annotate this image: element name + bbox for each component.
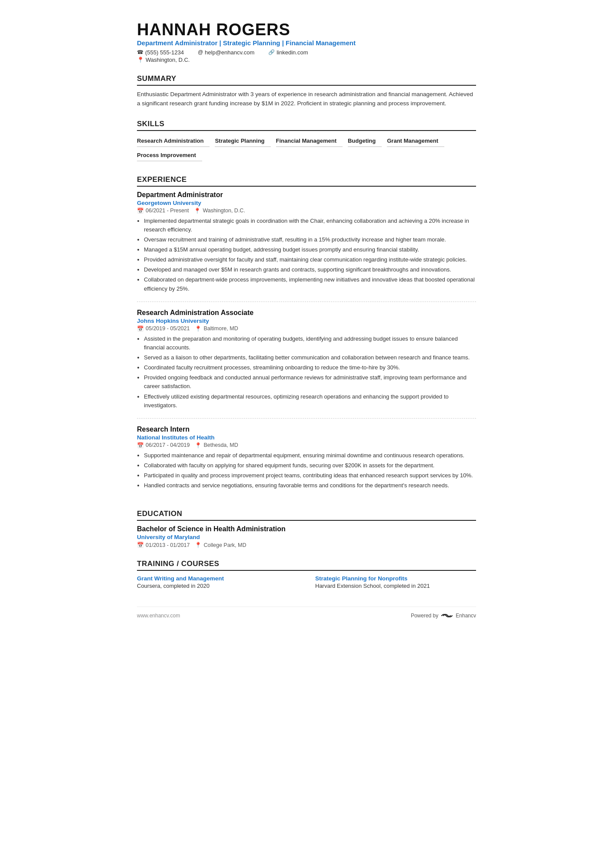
location-row: 📍 Washington, D.C. (137, 57, 476, 63)
skills-title: SKILLS (137, 120, 476, 131)
email-icon: @ (198, 49, 203, 55)
job-meta: 📅 06/2021 - Present 📍 Washington, D.C. (137, 208, 476, 214)
bullet-item: Effectively utilized existing department… (144, 392, 476, 410)
experience-entry: Research Intern National Institutes of H… (137, 426, 476, 499)
candidate-name: HANNAH ROGERS (137, 21, 476, 39)
location-pin-icon: 📍 (195, 325, 202, 332)
bullet-item: Coordinated faculty recruitment processe… (144, 363, 476, 372)
edu-meta: 📅 01/2013 - 01/2017 📍 College Park, MD (137, 542, 476, 548)
summary-title: SUMMARY (137, 74, 476, 86)
job-title: Research Intern (137, 426, 476, 433)
bullet-item: Handled contracts and service negotiatio… (144, 481, 476, 490)
experience-title: EXPERIENCE (137, 175, 476, 187)
powered-by-text: Powered by (411, 613, 438, 619)
bullet-item: Provided administrative oversight for fa… (144, 255, 476, 264)
training-item: Strategic Planning for Nonprofits Harvar… (315, 575, 476, 589)
job-location: 📍 Washington, D.C. (194, 208, 245, 214)
skills-container: Research AdministrationStrategic Plannin… (137, 135, 476, 164)
bullet-item: Served as a liaison to other departments… (144, 353, 476, 362)
bullet-item: Assisted in the preparation and monitori… (144, 335, 476, 352)
training-title: Grant Writing and Management (137, 575, 298, 582)
company-name: Johns Hopkins University (137, 318, 476, 324)
experience-entry: Research Administration Associate Johns … (137, 309, 476, 419)
linkedin-url: linkedin.com (277, 49, 308, 56)
calendar-icon: 📅 (137, 208, 144, 214)
education-title: EDUCATION (137, 509, 476, 521)
brand-name: Enhancv (456, 613, 476, 619)
calendar-icon: 📅 (137, 542, 144, 548)
bullet-item: Participated in quality and process impr… (144, 471, 476, 480)
resume-header: HANNAH ROGERS Department Administrator |… (137, 21, 476, 63)
job-bullets: Supported maintenance and repair of depa… (137, 451, 476, 490)
job-meta: 📅 05/2019 - 05/2021 📍 Baltimore, MD (137, 325, 476, 332)
skill-item: Strategic Planning (215, 135, 270, 147)
location-pin-icon: 📍 (195, 442, 202, 449)
contact-row: ☎ (555) 555-1234 @ help@enhancv.com 🔗 li… (137, 49, 476, 56)
experience-entry: Department Administrator Georgetown Univ… (137, 191, 476, 302)
job-dates: 📅 06/2021 - Present (137, 208, 189, 214)
enhancv-icon (441, 612, 453, 619)
phone-number: (555) 555-1234 (145, 49, 184, 56)
candidate-subtitle: Department Administrator | Strategic Pla… (137, 39, 476, 47)
job-dates: 📅 05/2019 - 05/2021 (137, 325, 190, 332)
bullet-item: Oversaw recruitment and training of admi… (144, 235, 476, 244)
company-name: Georgetown University (137, 200, 476, 206)
phone-contact: ☎ (555) 555-1234 (137, 49, 184, 56)
email-address: help@enhancv.com (205, 49, 254, 56)
job-meta: 📅 06/2017 - 04/2019 📍 Bethesda, MD (137, 442, 476, 449)
skill-item: Budgeting (348, 135, 382, 147)
enhancv-logo: Powered by Enhancv (411, 612, 476, 619)
linkedin-contact: 🔗 linkedin.com (268, 49, 308, 56)
training-title: TRAINING / COURSES (137, 560, 476, 571)
training-item: Grant Writing and Management Coursera, c… (137, 575, 298, 589)
training-container: Grant Writing and Management Coursera, c… (137, 575, 476, 589)
bullet-item: Implemented departmental strategic goals… (144, 217, 476, 234)
training-org: Harvard Extension School, completed in 2… (315, 583, 476, 589)
email-contact: @ help@enhancv.com (198, 49, 254, 56)
job-title: Department Administrator (137, 191, 476, 199)
location-pin-icon: 📍 (194, 208, 201, 214)
job-dates: 📅 06/2017 - 04/2019 (137, 442, 190, 449)
calendar-icon: 📅 (137, 442, 144, 449)
edu-degree: Bachelor of Science in Health Administra… (137, 525, 476, 533)
summary-section: SUMMARY Enthusiastic Department Administ… (137, 74, 476, 108)
bullet-item: Supported maintenance and repair of depa… (144, 451, 476, 460)
phone-icon: ☎ (137, 49, 143, 55)
training-section: TRAINING / COURSES Grant Writing and Man… (137, 560, 476, 589)
job-title: Research Administration Associate (137, 309, 476, 317)
bullet-item: Collaborated with faculty on applying fo… (144, 461, 476, 470)
skill-item: Financial Management (276, 135, 343, 147)
job-location: 📍 Bethesda, MD (195, 442, 238, 449)
bullet-item: Developed and managed over $5M in resear… (144, 265, 476, 274)
bullet-item: Managed a $15M annual operating budget, … (144, 245, 476, 254)
location-icon: 📍 (137, 57, 144, 63)
location-text: Washington, D.C. (146, 57, 190, 63)
company-name: National Institutes of Health (137, 434, 476, 441)
training-title: Strategic Planning for Nonprofits (315, 575, 476, 582)
edu-location: 📍 College Park, MD (195, 542, 246, 548)
page-footer: www.enhancv.com Powered by Enhancv (137, 607, 476, 619)
skill-item: Research Administration (137, 135, 210, 147)
bullet-item: Provided ongoing feedback and conducted … (144, 373, 476, 391)
location-pin-icon: 📍 (195, 542, 202, 548)
education-container: Bachelor of Science in Health Administra… (137, 525, 476, 548)
education-entry: Bachelor of Science in Health Administra… (137, 525, 476, 548)
job-location: 📍 Baltimore, MD (195, 325, 238, 332)
job-bullets: Assisted in the preparation and monitori… (137, 335, 476, 410)
skill-item: Process Improvement (137, 150, 202, 161)
linkedin-icon: 🔗 (268, 49, 275, 55)
experience-section: EXPERIENCE Department Administrator Geor… (137, 175, 476, 499)
calendar-icon: 📅 (137, 325, 144, 332)
bullet-item: Collaborated on department-wide process … (144, 275, 476, 293)
education-section: EDUCATION Bachelor of Science in Health … (137, 509, 476, 548)
experience-container: Department Administrator Georgetown Univ… (137, 191, 476, 499)
footer-website: www.enhancv.com (137, 613, 180, 619)
edu-dates: 📅 01/2013 - 01/2017 (137, 542, 190, 548)
skill-item: Grant Management (387, 135, 444, 147)
skills-section: SKILLS Research AdministrationStrategic … (137, 120, 476, 164)
summary-text: Enthusiastic Department Administrator wi… (137, 90, 476, 108)
training-org: Coursera, completed in 2020 (137, 583, 298, 589)
job-bullets: Implemented departmental strategic goals… (137, 217, 476, 293)
edu-school: University of Maryland (137, 534, 476, 540)
